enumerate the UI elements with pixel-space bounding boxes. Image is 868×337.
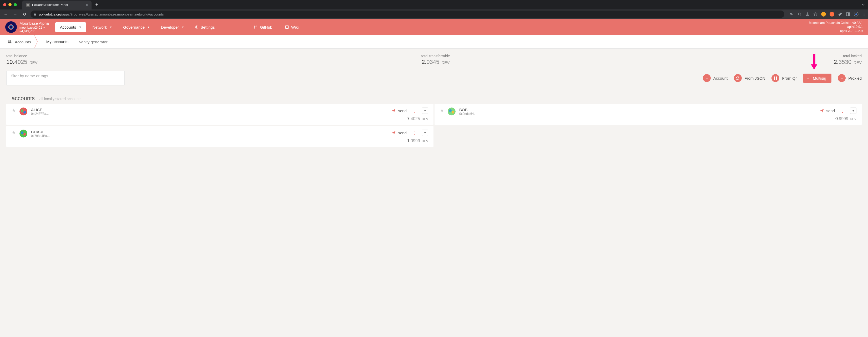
account-card: ★ ALICE 0xf24FF3a... send ⋮ ▼ 7.4025 DEV [6,104,433,125]
account-avatar [20,130,27,137]
total-balance: total balance 10.4025 DEV [6,54,38,65]
nav-developer[interactable]: Developer ▼ [156,22,189,32]
share-icon[interactable] [805,12,810,16]
minimize-window-button[interactable] [8,3,11,6]
lock-icon [34,12,37,16]
accounts-header: accounts all locally stored accounts [6,93,862,104]
favorite-star[interactable]: ★ [440,107,444,113]
network-block: #4,619,736 [20,29,49,33]
svg-rect-13 [9,26,12,29]
from-json-button[interactable]: From JSON [734,74,765,82]
url-bar-row: ← → ⟳ polkadot.js.org/apps/?rpc=wss://ws… [0,9,868,19]
filter-input[interactable]: filter by name or tags [6,71,125,86]
star-icon[interactable] [813,12,817,16]
svg-point-35 [23,133,26,136]
chevron-down-icon: ▼ [147,26,150,29]
svg-point-10 [864,14,865,15]
url-field[interactable]: polkadot.js.org/apps/?rpc=wss://wss.api.… [31,10,784,18]
account-card: ★ BOB 0x0edcf64... send ⋮ ▼ 0.9999 DEV [435,104,862,125]
from-qr-button[interactable]: From Qr [772,74,797,82]
svg-point-4 [798,13,800,15]
expand-button[interactable]: ▼ [422,107,428,114]
account-menu-button[interactable]: ⋮ [410,108,418,113]
svg-point-9 [864,13,865,14]
nav-governance[interactable]: Governance ▼ [118,22,155,32]
nav-wiki[interactable]: Wiki [281,25,302,29]
key-icon[interactable] [789,12,794,16]
add-account-button[interactable]: ＋ Account [703,74,727,82]
network-name: Moonbase Alpha [20,21,49,26]
account-balance: 7.4025 DEV [407,116,428,121]
tab-dropdown-icon[interactable] [862,3,865,6]
new-tab-button[interactable]: + [95,2,98,8]
sub-nav: Accounts My accounts Vanity generator [0,35,868,48]
svg-point-21 [10,40,11,42]
extension-icon[interactable] [830,12,834,16]
account-avatar [448,107,456,115]
nav-network[interactable]: Network ▼ [88,22,117,32]
qr-icon [772,74,779,82]
svg-point-28 [21,109,23,112]
maximize-window-button[interactable] [14,3,17,6]
tab-vanity-generator[interactable]: Vanity generator [75,35,112,48]
svg-point-14 [196,27,197,28]
close-window-button[interactable] [3,3,6,6]
app-header: Moonbase Alpha moonbase/2401 #4,619,736 … [0,19,868,35]
account-balance: 0.9999 DEV [835,116,857,121]
favorite-star[interactable]: ★ [11,130,16,135]
tab-favicon [26,3,30,7]
browser-tab[interactable]: Polkadot/Substrate Portal × [22,1,92,9]
account-name: ALICE [31,107,372,112]
svg-point-31 [449,109,452,112]
svg-point-27 [20,107,27,115]
tab-my-accounts[interactable]: My accounts [42,35,72,48]
extensions-icon[interactable] [838,12,842,16]
panel-icon[interactable] [846,12,850,16]
account-menu-button[interactable]: ⋮ [839,108,846,113]
svg-point-20 [8,40,10,42]
zoom-icon[interactable] [798,12,802,16]
gear-icon [194,25,198,29]
nav-settings[interactable]: Settings [190,25,218,29]
proxied-button[interactable]: ＋ Proxied [838,74,862,82]
version-info: Moonbeam Parachain Collator v0.32.1 api … [809,21,863,33]
expand-button[interactable]: ▼ [850,107,857,114]
svg-point-34 [21,131,23,134]
account-address: 0x798d4Ba... [31,134,372,138]
menu-icon[interactable] [862,12,866,16]
nav-accounts[interactable]: Accounts ▼ [55,22,86,32]
reload-button[interactable]: ⟳ [21,10,28,18]
network-logo[interactable] [5,21,17,33]
back-button[interactable]: ← [2,10,9,18]
account-avatar [20,107,27,115]
close-tab-button[interactable]: × [86,3,88,7]
send-button[interactable]: send [392,108,407,113]
expand-button[interactable]: ▼ [422,130,428,136]
svg-point-32 [452,111,454,113]
chevron-down-icon: ▼ [182,26,184,29]
nav-github[interactable]: GitHub [250,25,276,29]
accounts-grid: ★ ALICE 0xf24FF3a... send ⋮ ▼ 7.4025 DEV [6,104,862,147]
send-button[interactable]: send [820,108,835,113]
favorite-star[interactable]: ★ [11,107,16,113]
profile-icon[interactable] [854,12,859,16]
account-menu-button[interactable]: ⋮ [410,130,418,136]
multisig-button[interactable]: ＋ Multisig [803,74,831,83]
send-button[interactable]: send [392,131,407,135]
plus-icon: ＋ [703,74,711,82]
totals-row: total balance 10.4025 DEV total transfer… [6,54,862,65]
window-controls [3,3,17,6]
network-info[interactable]: Moonbase Alpha moonbase/2401 #4,619,736 [20,21,49,33]
account-address: 0xf24FF3a... [31,112,372,116]
accounts-title: accounts [11,95,35,102]
send-icon [820,108,824,113]
forward-button[interactable]: → [11,10,19,18]
sync-icon [734,74,742,82]
svg-point-3 [790,13,792,15]
url-text: polkadot.js.org/apps/?rpc=wss://wss.api.… [39,12,164,16]
breadcrumb[interactable]: Accounts [4,35,34,48]
plus-icon: ＋ [806,76,810,81]
extension-icon[interactable] [821,12,826,16]
main-nav: Accounts ▼ Network ▼ Governance ▼ Develo… [55,22,219,32]
total-locked: total locked 2.3530 DEV [834,54,862,65]
